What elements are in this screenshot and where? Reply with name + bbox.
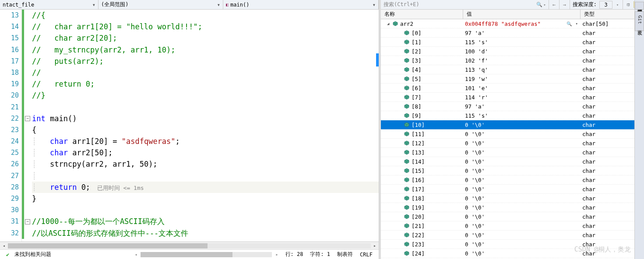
line-number: 16 [0,44,19,56]
scroll-track[interactable] [141,252,272,257]
file-dropdown[interactable]: ntact_file ▾ [0,0,99,9]
variable-icon [404,168,410,173]
code-line[interactable]: //1000--每一为都以一个ASCII码存入 [32,216,379,227]
var-value: 0 '\0' [463,232,581,238]
line-number: 32 [0,228,19,239]
expand-icon[interactable]: ◢ [387,21,392,26]
watch-row[interactable]: [12]0 '\0'char [381,139,644,148]
fold-icon[interactable]: − [25,116,30,121]
code-line[interactable] [32,102,379,113]
code-line[interactable]: // char arr2[20]; [32,32,379,44]
var-name: [12] [412,140,425,147]
watch-row[interactable]: [13]0 '\0'char [381,148,644,157]
scroll-left-icon[interactable]: ◂ [134,252,137,257]
watch-row[interactable]: [20]0 '\0'char [381,212,644,221]
watch-row[interactable]: [21]0 '\0'char [381,221,644,231]
filter-button[interactable]: ⎅ [623,2,633,7]
scroll-left-icon[interactable]: ◂ [0,243,8,248]
scroll-thumb[interactable] [141,252,232,257]
watch-row[interactable]: [11]0 '\0'char [381,130,644,139]
watch-row[interactable]: [14]0 '\0'char [381,157,644,166]
variable-icon [404,113,410,118]
code-line[interactable]: ┊ strncpy(arr2, arr1, 50); [32,158,379,170]
chevron-down-icon[interactable]: ▾ [576,21,578,26]
line-number: 27 [0,170,19,182]
variable-icon [404,67,410,72]
watch-row[interactable]: [19]0 '\0'char [381,203,644,212]
depth-dropdown[interactable]: ▾ [612,0,623,9]
code-line[interactable]: ┊ char arr1[20] = "asdfqweras"; [32,136,379,147]
var-value: 0 '\0' [463,250,581,257]
variable-icon [404,131,410,136]
code-line[interactable]: //以ASCII码的形式存储到文件中---文本文件 [32,228,379,239]
search-icon[interactable]: 🔍 [567,21,572,26]
line-number: 22 [0,113,19,124]
watch-row[interactable]: [10]0 '\0'char [381,120,644,130]
code-lines[interactable]: //{// char arr1[20] = "hello world!!!";/… [32,10,379,242]
scope-dropdown[interactable]: (全局范围) ▾ [99,0,223,9]
watch-row[interactable]: [5]119 'w'char [381,74,644,84]
search-placeholder: 搜索(Ctrl+E) [384,1,419,8]
watch-row[interactable]: [4]113 'q'char [381,65,644,74]
scroll-right-icon[interactable]: ▸ [371,243,379,248]
var-value: 0 '\0' [463,149,581,156]
var-name: [14] [412,158,425,165]
scroll-track[interactable] [8,243,371,248]
fold-icon[interactable]: − [25,219,30,224]
watch-rows[interactable]: ◢arr20x004ff878 "asdfqweras"🔍▾char[50][0… [381,19,644,259]
depth-input[interactable]: 3 [599,1,612,9]
code-line[interactable]: ┊ [32,170,379,182]
header-value[interactable]: 值 [463,10,581,19]
code-line[interactable]: //} [32,90,379,101]
line-number: 26 [0,158,19,170]
header-name[interactable]: 名称 [381,10,463,19]
code-line[interactable]: // puts(arr2); [32,56,379,67]
watch-row[interactable]: [15]0 '\0'char [381,166,644,175]
search-input[interactable]: 搜索(Ctrl+E) 🔍 ▾ [381,0,549,9]
scroll-right-icon[interactable]: ▸ [275,252,278,257]
watch-row[interactable]: [3]102 'f'char [381,56,644,65]
line-number: 28 [0,182,19,193]
var-value: 97 'a' [463,103,581,110]
watch-row[interactable]: [6]101 'e'char [381,84,644,93]
code-line[interactable]: int main() [32,113,379,124]
nav-back-button[interactable]: ← [549,0,560,9]
code-line[interactable]: { [32,124,379,136]
watch-row[interactable]: [24]0 '\0'char [381,249,644,258]
line-number: 18 [0,67,19,78]
code-line[interactable] [32,204,379,216]
horizontal-scrollbar[interactable]: ◂ ▸ [0,242,379,249]
watch-row[interactable]: [1]115 's'char [381,38,644,47]
watch-row[interactable]: [2]100 'd'char [381,47,644,56]
code-line[interactable]: } [32,193,379,204]
watch-row[interactable]: [23]0 '\0'char [381,240,644,249]
watch-row[interactable]: [18]0 '\0'char [381,194,644,203]
code-line[interactable]: // [32,67,379,78]
var-name: [20] [412,214,425,220]
watch-row[interactable]: [17]0 '\0'char [381,185,644,194]
variable-icon [404,122,410,127]
watch-row[interactable]: [16]0 '\0'char [381,175,644,185]
code-area[interactable]: 1314151617181920212223242526272829303132… [0,10,379,242]
watch-row[interactable]: [22]0 '\0'char [381,231,644,240]
variable-icon [404,49,410,54]
watch-row[interactable]: [0]97 'a'char [381,28,644,38]
watch-row[interactable]: [8]97 'a'char [381,102,644,111]
var-value: 0 '\0' [463,186,581,192]
var-value: 0 '\0' [463,168,581,174]
code-line[interactable]: // return 0; [32,78,379,90]
tab-solution-explorer[interactable]: 方案资源管理器 [635,2,644,10]
watch-row[interactable]: [9]115 's'char [381,111,644,120]
nav-forward-button[interactable]: → [560,0,570,9]
code-line[interactable]: // my_strncpy(arr2, arr1, 10); [32,44,379,56]
watch-row[interactable]: [7]114 'r'char [381,93,644,102]
watch-row-root[interactable]: ◢arr20x004ff878 "asdfqweras"🔍▾char[50] [381,19,644,28]
code-line[interactable]: // char arr1[20] = "hello world!!!"; [32,21,379,32]
code-line[interactable]: ┊ char arr2[50]; [32,147,379,158]
scroll-thumb[interactable] [8,243,208,248]
tab-git-changes[interactable]: Git 更改 [635,11,644,31]
function-dropdown[interactable]: ◧ main() ▾ [223,0,379,9]
code-line[interactable]: ┊ return 0; 已用时间 <= 1ms [32,182,379,193]
code-line[interactable]: //{ [32,10,379,21]
variable-icon [404,186,410,192]
